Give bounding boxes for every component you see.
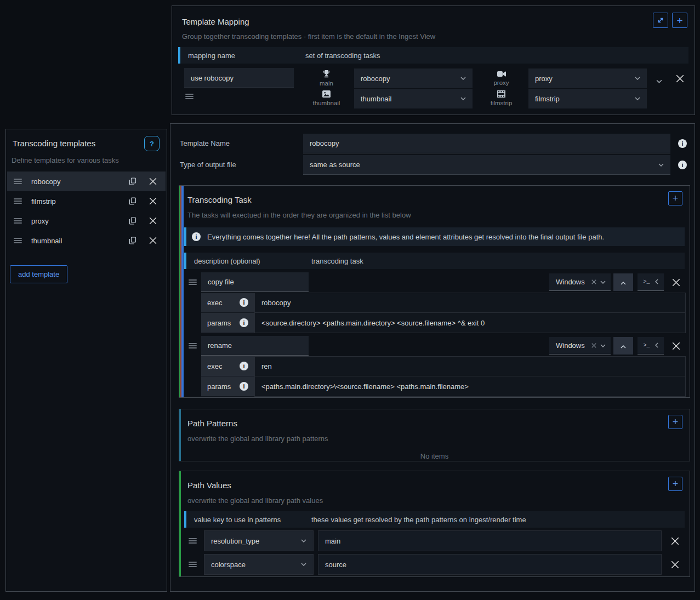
platform-select[interactable]: Windows	[549, 337, 611, 355]
delete-template-icon[interactable]	[149, 197, 157, 205]
drag-handle-icon[interactable]	[185, 94, 194, 99]
info-icon[interactable]: i	[240, 318, 248, 327]
slot-label: main	[320, 80, 333, 87]
trophy-icon	[322, 70, 331, 79]
chevron-down-icon	[600, 344, 606, 347]
params-label: params	[207, 382, 231, 391]
info-icon[interactable]: i	[240, 382, 248, 391]
sidebar-item-filmstrip[interactable]: filmstrip	[7, 191, 166, 211]
column-label: set of transcoding tasks	[305, 52, 380, 60]
green-stripe	[179, 471, 181, 576]
info-icon[interactable]: i	[240, 298, 248, 307]
delete-template-icon[interactable]	[149, 237, 157, 244]
field-label: Type of output file	[180, 161, 236, 169]
section-subtitle: The tasks will exectued in the order the…	[187, 211, 690, 219]
expand-button[interactable]	[653, 13, 668, 28]
task-description-input[interactable]	[201, 272, 309, 292]
teal-stripe	[179, 409, 181, 461]
remove-task-icon[interactable]	[672, 278, 680, 287]
remove-task-icon[interactable]	[672, 342, 680, 350]
slot-label: proxy	[493, 79, 509, 86]
output-type-select[interactable]: same as source	[303, 155, 670, 175]
remove-path-value-icon[interactable]	[671, 537, 679, 545]
add-mapping-button[interactable]: +	[672, 13, 687, 28]
exec-row: execi robocopy	[201, 293, 686, 313]
collapse-task-button[interactable]	[613, 337, 633, 355]
chevron-down-icon	[460, 77, 466, 80]
value-key-select[interactable]: resolution_type	[204, 530, 314, 551]
selected-value: filmstrip	[535, 95, 635, 103]
drag-handle-icon[interactable]	[14, 238, 22, 243]
filmstrip-icon	[497, 90, 505, 99]
drag-handle-icon[interactable]	[189, 343, 197, 348]
terminal-toggle-group[interactable]: >_	[638, 273, 664, 291]
sidebar-item-proxy[interactable]: proxy	[7, 211, 166, 231]
mapping-row: main thumbnail robocopy thumbnail proxy	[178, 68, 688, 108]
duplicate-icon[interactable]	[129, 178, 136, 185]
remove-mapping-icon[interactable]	[676, 75, 684, 83]
template-select-thumbnail[interactable]: thumbnail	[354, 89, 473, 108]
task-description-input[interactable]	[201, 336, 309, 356]
path-value-input[interactable]	[318, 554, 662, 575]
exec-value[interactable]: robocopy	[254, 293, 686, 313]
info-icon[interactable]: i	[678, 139, 687, 148]
selected-value: thumbnail	[361, 95, 460, 103]
help-button[interactable]: ?	[144, 136, 160, 151]
add-path-pattern-button[interactable]: +	[668, 415, 682, 429]
terminal-toggle-group[interactable]: >_	[638, 337, 664, 355]
slot-thumbnail: thumbnail	[298, 88, 355, 108]
mapping-header-row: mapping name set of transcoding tasks	[178, 47, 688, 64]
duplicate-icon[interactable]	[129, 237, 136, 244]
field-label: Template Name	[180, 139, 230, 147]
path-value-input[interactable]	[318, 530, 662, 551]
value-key-select[interactable]: colorspace	[204, 554, 314, 575]
chevron-left-icon	[655, 341, 658, 350]
drag-handle-icon[interactable]	[189, 562, 197, 567]
drag-handle-icon[interactable]	[14, 198, 22, 204]
sidebar-item-thumbnail[interactable]: thumbnail	[7, 231, 166, 250]
banner-text: Everything comes together here! All the …	[207, 233, 604, 241]
remove-path-value-icon[interactable]	[671, 561, 679, 569]
sidebar-title: Transcoding templates	[13, 139, 167, 148]
params-value[interactable]: <source.directory> <paths.main.directory…	[254, 313, 686, 333]
info-icon[interactable]: i	[240, 362, 248, 370]
delete-template-icon[interactable]	[149, 178, 157, 185]
plus-icon: +	[673, 479, 679, 489]
drag-handle-icon[interactable]	[189, 538, 197, 544]
sidebar-item-robocopy[interactable]: robocopy	[7, 172, 166, 191]
video-camera-icon	[497, 71, 506, 79]
info-icon[interactable]: i	[678, 161, 687, 169]
template-select-proxy[interactable]: proxy	[528, 68, 647, 88]
template-select-main[interactable]: robocopy	[354, 68, 473, 88]
delete-template-icon[interactable]	[149, 217, 157, 225]
path-value-row: resolution_type	[184, 530, 685, 551]
collapse-row-chevron-icon[interactable]	[656, 77, 662, 85]
template-name-input[interactable]	[303, 134, 670, 153]
task-rename: Windows >_ execi ren paramsi <paths.main…	[184, 336, 686, 397]
drag-handle-icon[interactable]	[189, 279, 197, 285]
template-select-filmstrip[interactable]: filmstrip	[528, 89, 647, 108]
platform-select[interactable]: Windows	[549, 273, 611, 291]
params-label: params	[207, 319, 231, 327]
add-template-button[interactable]: add template	[10, 265, 67, 283]
path-values-section: + Path Values overwrite the global and l…	[179, 471, 690, 577]
add-task-button[interactable]: +	[668, 191, 682, 205]
duplicate-icon[interactable]	[129, 197, 136, 205]
duplicate-icon[interactable]	[129, 217, 136, 225]
remove-tag-icon[interactable]	[591, 278, 596, 286]
column-label: these values get resolved by the path pa…	[311, 516, 526, 524]
exec-value[interactable]: ren	[254, 356, 686, 376]
collapse-task-button[interactable]	[613, 273, 633, 291]
selected-value: robocopy	[361, 75, 460, 83]
selected-value: proxy	[535, 75, 635, 83]
drag-handle-icon[interactable]	[14, 218, 22, 224]
drag-handle-icon[interactable]	[14, 179, 22, 184]
template-name: thumbnail	[31, 237, 129, 245]
remove-tag-icon[interactable]	[591, 341, 596, 350]
add-path-value-button[interactable]: +	[668, 477, 682, 491]
chevron-up-icon	[621, 342, 626, 350]
mapping-name-input[interactable]	[184, 68, 294, 88]
panel-title: Template Mapping	[182, 17, 695, 26]
task-main-row: Windows >_	[184, 336, 686, 356]
params-value[interactable]: <paths.main.directory>\<source.filename>…	[254, 376, 686, 397]
